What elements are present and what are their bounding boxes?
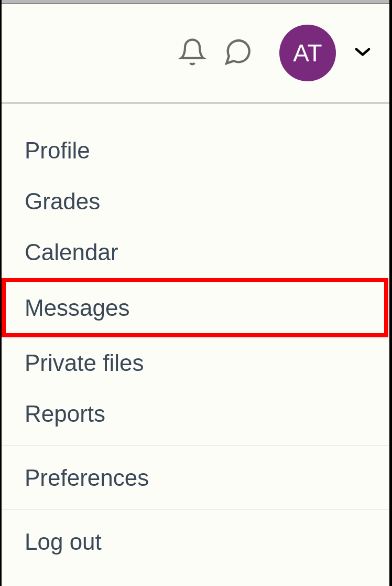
menu-item-label: Profile [25, 137, 90, 163]
menu-item-profile[interactable]: Profile [2, 125, 389, 176]
menu-item-messages[interactable]: Messages [2, 278, 388, 337]
menu-item-preferences[interactable]: Preferences [2, 452, 389, 503]
menu-divider [2, 509, 389, 510]
menu-item-grades[interactable]: Grades [2, 176, 389, 227]
menu-item-label: Calendar [25, 239, 118, 265]
menu-item-private-files[interactable]: Private files [2, 337, 389, 388]
menu-divider [2, 445, 389, 446]
avatar-initials: AT [293, 39, 322, 67]
user-avatar[interactable]: AT [279, 25, 336, 81]
menu-item-label: Reports [25, 401, 105, 427]
header-bar: AT [2, 4, 389, 104]
top-border [2, 0, 389, 4]
notifications-button[interactable] [178, 37, 207, 69]
messages-button[interactable] [223, 37, 253, 69]
bell-icon [178, 37, 207, 69]
menu-item-reports[interactable]: Reports [2, 388, 389, 439]
menu-item-label: Messages [25, 295, 130, 321]
menu-item-label: Log out [25, 529, 102, 555]
menu-item-label: Private files [25, 350, 144, 376]
menu-item-calendar[interactable]: Calendar [2, 227, 389, 278]
speech-bubble-icon [223, 37, 253, 69]
menu-item-label: Grades [25, 188, 100, 214]
user-dropdown-menu: Profile Grades Calendar Messages Private… [2, 104, 389, 568]
menu-item-logout[interactable]: Log out [2, 516, 389, 567]
chevron-down-icon [354, 50, 371, 59]
user-menu-toggle[interactable] [354, 47, 371, 59]
menu-item-label: Preferences [25, 465, 149, 491]
